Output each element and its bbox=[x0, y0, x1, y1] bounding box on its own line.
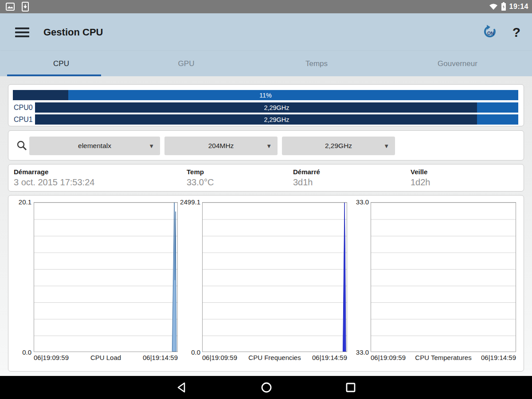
home-button[interactable] bbox=[261, 382, 272, 393]
tab-bar: CPU GPU Temps Gouverneur bbox=[0, 51, 532, 76]
tab-gouverneur[interactable]: Gouverneur bbox=[383, 51, 532, 76]
x-end-label: 06|19:14:59 bbox=[481, 354, 516, 361]
temp-chart-xaxis: 06|19:09:59 CPU Temperatures 06|19:14:59 bbox=[371, 354, 516, 362]
load-chart-ymin: 0.0 bbox=[7, 348, 31, 356]
wifi-icon bbox=[489, 3, 498, 11]
cpu-bars-card: 11% CPU0 2,29GHz CPU1 2,29GHz bbox=[8, 84, 524, 126]
tab-temps[interactable]: Temps bbox=[250, 51, 383, 76]
charts-card: 20.1 0.0 06|19:09:59 CPU Load 06|19:14:5… bbox=[8, 195, 524, 372]
freq-chart-ymax: 2499.1 bbox=[176, 198, 200, 206]
info-temperature: Temp 33.0°C bbox=[187, 168, 214, 188]
status-bar: 19:14 bbox=[0, 0, 532, 13]
min-frequency-value: 204MHz bbox=[208, 142, 234, 150]
info-label: Veille bbox=[411, 168, 430, 176]
max-frequency-dropdown[interactable]: 2,29GHz ▼ bbox=[282, 137, 395, 155]
help-button[interactable]: ? bbox=[512, 25, 520, 40]
info-label: Démarré bbox=[293, 168, 320, 176]
search-icon[interactable] bbox=[16, 140, 28, 152]
info-value: 3 oct. 2015 17:53:24 bbox=[14, 177, 94, 188]
core0-frequency-label: 2,29GHz bbox=[35, 102, 518, 113]
chevron-down-icon: ▼ bbox=[383, 143, 389, 149]
info-sleep: Veille 1d2h bbox=[411, 168, 430, 188]
recents-button[interactable] bbox=[345, 382, 356, 393]
x-end-label: 06|19:14:59 bbox=[312, 354, 347, 361]
battery-charging-icon bbox=[501, 2, 506, 11]
cpu-usage-bar: 11% bbox=[13, 90, 518, 100]
chevron-down-icon: ▼ bbox=[266, 143, 272, 149]
cpu-temperatures-chart bbox=[371, 202, 516, 352]
load-chart-ymax: 20.1 bbox=[7, 198, 31, 206]
temp-chart-ymax: 33.0 bbox=[344, 198, 369, 206]
governor-dropdown[interactable]: elementalx ▼ bbox=[29, 137, 160, 155]
core0-frequency-bar: 2,29GHz bbox=[35, 102, 518, 113]
selectors-card: elementalx ▼ 204MHz ▼ 2,29GHz ▼ bbox=[8, 130, 524, 160]
info-uptime: Démarré 3d1h bbox=[293, 168, 320, 188]
load-chart-xaxis: 06|19:09:59 CPU Load 06|19:14:59 bbox=[34, 354, 178, 362]
tab-cpu[interactable]: CPU bbox=[0, 51, 122, 76]
x-end-label: 06|19:14:59 bbox=[143, 354, 178, 361]
min-frequency-dropdown[interactable]: 204MHz ▼ bbox=[164, 137, 278, 155]
info-value: 1d2h bbox=[411, 177, 430, 188]
info-value: 33.0°C bbox=[187, 177, 214, 188]
cpu-usage-label: 11% bbox=[13, 90, 518, 100]
core1-frequency-bar: 2,29GHz bbox=[35, 114, 518, 125]
core1-name: CPU1 bbox=[14, 114, 34, 125]
freq-chart-xaxis: 06|19:09:59 CPU Frequencies 06|19:14:59 bbox=[202, 354, 347, 362]
clock: 19:14 bbox=[509, 3, 528, 11]
info-boot-time: Démarrage 3 oct. 2015 17:53:24 bbox=[14, 168, 94, 188]
freq-chart-ymin: 0.0 bbox=[176, 348, 200, 356]
freq-series-spike bbox=[343, 203, 346, 352]
content-area: 11% CPU0 2,29GHz CPU1 2,29GHz elementalx… bbox=[0, 76, 532, 376]
tab-gpu[interactable]: GPU bbox=[122, 51, 250, 76]
screenshot-thumbnail-icon bbox=[5, 2, 15, 12]
temp-chart-ymin: 33.0 bbox=[344, 348, 369, 356]
android-nav-bar bbox=[0, 376, 532, 399]
set-on-boot-button[interactable]: ON bbox=[482, 24, 497, 41]
info-label: Temp bbox=[187, 168, 214, 176]
back-button[interactable] bbox=[176, 382, 188, 393]
on-badge: ON bbox=[487, 31, 494, 36]
load-series-spike bbox=[172, 203, 176, 352]
download-icon bbox=[20, 2, 30, 12]
page-title: Gestion CPU bbox=[43, 27, 103, 38]
max-frequency-value: 2,29GHz bbox=[325, 142, 352, 150]
core1-frequency-label: 2,29GHz bbox=[35, 114, 518, 125]
info-card: Démarrage 3 oct. 2015 17:53:24 Temp 33.0… bbox=[8, 164, 524, 192]
info-label: Démarrage bbox=[14, 168, 94, 176]
core0-name: CPU0 bbox=[14, 102, 34, 113]
app-bar: Gestion CPU ON ? bbox=[0, 13, 532, 51]
cpu-load-chart bbox=[34, 202, 178, 352]
info-value: 3d1h bbox=[293, 177, 320, 188]
governor-value: elementalx bbox=[78, 142, 111, 150]
cpu-frequencies-chart bbox=[202, 202, 347, 352]
chevron-down-icon: ▼ bbox=[149, 143, 154, 149]
menu-icon[interactable] bbox=[15, 25, 29, 39]
